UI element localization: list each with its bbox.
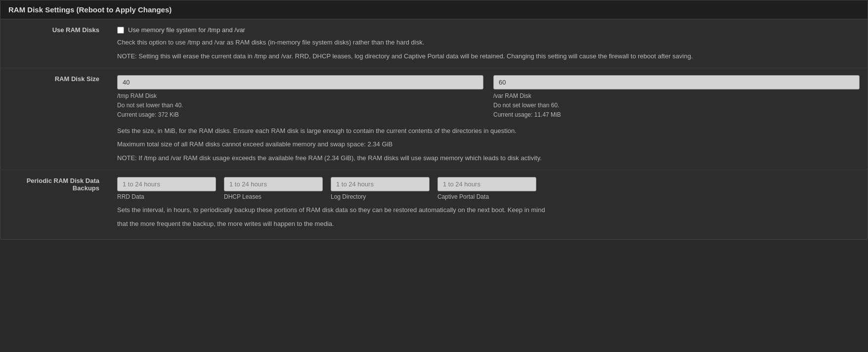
use-ram-disks-content: Use memory file system for /tmp and /var… [109, 19, 868, 68]
panel-header: RAM Disk Settings (Reboot to Apply Chang… [0, 0, 868, 19]
periodic-backup-desc-line2: that the more frequent the backup, the m… [117, 219, 860, 229]
periodic-backup-row: Periodic RAM Disk Data Backups RRD Data … [0, 170, 868, 240]
captive-backup-group: Captive Portal Data [437, 177, 536, 200]
rrd-backup-label: RRD Data [117, 193, 216, 200]
rrd-backup-input[interactable] [117, 177, 216, 191]
captive-backup-label: Captive Portal Data [437, 193, 536, 200]
use-ram-disks-note: NOTE: Setting this will erase the curren… [117, 51, 860, 61]
var-disk-usage: Current usage: 11.47 MiB [493, 110, 860, 120]
periodic-backup-label-line1: Periodic RAM Disk Data [27, 177, 99, 184]
var-disk-min: Do not set lower than 60. [493, 101, 860, 110]
ram-disk-inputs: /tmp RAM Disk Do not set lower than 40. … [117, 75, 860, 120]
ram-disk-size-content: /tmp RAM Disk Do not set lower than 40. … [109, 68, 868, 170]
periodic-backup-label: Periodic RAM Disk Data Backups [0, 170, 109, 240]
tmp-disk-name: /tmp RAM Disk [117, 91, 483, 101]
periodic-backup-desc-line1: Sets the interval, in hours, to periodic… [117, 205, 860, 215]
use-ram-disks-checkbox[interactable] [117, 27, 124, 34]
log-backup-label: Log Directory [331, 193, 430, 200]
backup-inputs: RRD Data DHCP Leases Log Directory Capti… [117, 177, 860, 200]
var-disk-input[interactable] [493, 75, 860, 89]
rrd-backup-group: RRD Data [117, 177, 216, 200]
use-ram-disks-description: Check this option to use /tmp and /var a… [117, 38, 860, 47]
var-disk-name: /var RAM Disk [493, 91, 860, 101]
checkbox-label: Use memory file system for /tmp and /var [128, 26, 245, 34]
tmp-disk-min: Do not set lower than 40. [117, 101, 483, 110]
ram-disk-size-row: RAM Disk Size /tmp RAM Disk Do not set l… [0, 68, 868, 170]
var-disk-group: /var RAM Disk Do not set lower than 60. … [493, 75, 860, 120]
dhcp-backup-group: DHCP Leases [224, 177, 323, 200]
checkbox-row: Use memory file system for /tmp and /var [117, 26, 860, 34]
ram-disk-size-note: NOTE: If /tmp and /var RAM disk usage ex… [117, 153, 860, 163]
log-backup-group: Log Directory [331, 177, 430, 200]
log-backup-input[interactable] [331, 177, 430, 191]
dhcp-backup-label: DHCP Leases [224, 193, 323, 200]
captive-backup-input[interactable] [437, 177, 536, 191]
use-ram-disks-label: Use RAM Disks [0, 19, 109, 68]
ram-disk-size-label: RAM Disk Size [0, 68, 109, 170]
ram-disk-size-max-note: Maximum total size of all RAM disks cann… [117, 139, 860, 149]
settings-table: Use RAM Disks Use memory file system for… [0, 19, 868, 239]
use-ram-disks-row: Use RAM Disks Use memory file system for… [0, 19, 868, 68]
dhcp-backup-input[interactable] [224, 177, 323, 191]
ram-disk-size-description: Sets the size, in MiB, for the RAM disks… [117, 126, 860, 136]
periodic-backup-label-line2: Backups [73, 184, 99, 192]
periodic-backup-content: RRD Data DHCP Leases Log Directory Capti… [109, 170, 868, 240]
tmp-disk-usage: Current usage: 372 KiB [117, 110, 483, 120]
ram-disk-settings-panel: RAM Disk Settings (Reboot to Apply Chang… [0, 0, 868, 240]
tmp-disk-group: /tmp RAM Disk Do not set lower than 40. … [117, 75, 483, 120]
panel-title: RAM Disk Settings (Reboot to Apply Chang… [8, 5, 172, 14]
tmp-disk-input[interactable] [117, 75, 483, 89]
